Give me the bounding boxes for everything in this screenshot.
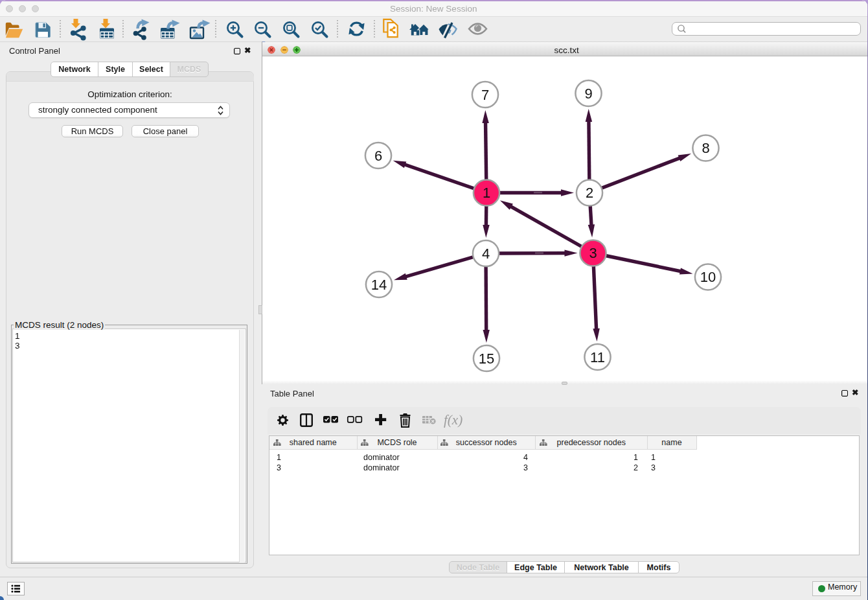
svg-text:11: 11 — [590, 349, 605, 365]
svg-text:10: 10 — [700, 269, 716, 285]
svg-text:6: 6 — [374, 148, 382, 164]
svg-text:8: 8 — [702, 140, 709, 156]
svg-text:15: 15 — [479, 351, 494, 367]
svg-text:14: 14 — [371, 277, 387, 293]
svg-text:1: 1 — [483, 185, 490, 201]
svg-text:7: 7 — [481, 87, 489, 103]
svg-text:3: 3 — [589, 245, 597, 261]
svg-text:9: 9 — [584, 86, 592, 102]
svg-text:4: 4 — [482, 246, 490, 262]
svg-text:2: 2 — [586, 185, 593, 201]
svg-text:f(x): f(x) — [444, 412, 463, 428]
